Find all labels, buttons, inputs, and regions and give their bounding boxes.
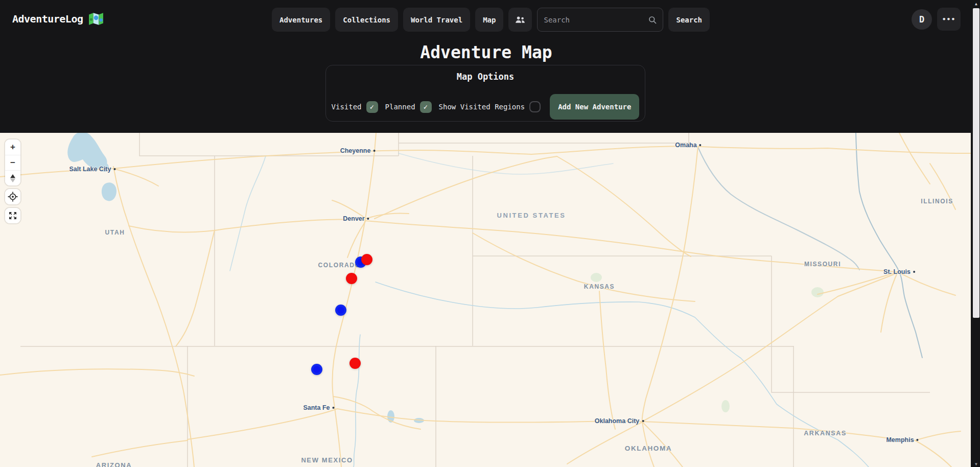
app-logo[interactable]: AdventureLog	[12, 12, 104, 26]
fullscreen-button[interactable]	[5, 208, 20, 223]
fullscreen-icon	[8, 211, 17, 220]
adventure-marker-visited[interactable]	[361, 254, 372, 265]
city-dot	[917, 439, 919, 441]
country-label: UNITED STATES	[497, 212, 566, 219]
users-icon	[515, 16, 525, 24]
map-geolocate-control	[5, 189, 20, 204]
city-label: Omaha	[675, 142, 701, 149]
app-logo-text: AdventureLog	[12, 13, 83, 25]
avatar[interactable]: D	[912, 9, 932, 30]
city-label: Salt Lake City	[69, 166, 116, 173]
city-dot	[367, 218, 369, 220]
state-label: ARKANSAS	[804, 430, 847, 437]
map-canvas[interactable]: UTAHCOLORADOKANSASMISSOURIILLINOISOKLAHO…	[0, 133, 971, 467]
search-input[interactable]	[544, 16, 644, 24]
state-label: UTAH	[105, 229, 125, 236]
city-dot	[333, 407, 335, 409]
nav-world-travel[interactable]: World Travel	[403, 8, 470, 32]
map-options-card: Map Options Visited ✓ Planned ✓ Show Vis…	[325, 65, 645, 122]
add-new-adventure-button[interactable]: Add New Adventure	[550, 94, 639, 120]
city-label: Oklahoma City	[595, 417, 644, 425]
city-dot	[113, 168, 115, 170]
show-visited-regions-checkbox[interactable]	[529, 101, 541, 112]
city-label: Santa Fe	[303, 404, 334, 411]
scrollbar-thumb[interactable]	[973, 8, 979, 318]
adventure-marker-planned[interactable]	[335, 305, 346, 316]
adventure-marker-planned[interactable]	[311, 364, 322, 375]
visited-checkbox[interactable]: ✓	[366, 101, 378, 113]
city-label: Denver	[343, 215, 369, 222]
map-base-svg	[0, 133, 971, 467]
page-scrollbar[interactable]: ▲ ▼	[972, 0, 980, 467]
map-options-title: Map Options	[326, 72, 645, 82]
zoom-out-button[interactable]: −	[5, 155, 20, 170]
page-title: Adventure Map	[0, 42, 972, 62]
scrollbar-up-arrow-icon[interactable]: ▲	[972, 0, 980, 8]
state-label: MISSOURI	[804, 261, 841, 268]
search-button[interactable]: Search	[668, 8, 710, 32]
shared-users-button[interactable]	[508, 8, 532, 32]
city-dot	[699, 144, 702, 146]
city-label: Cheyenne	[340, 147, 376, 154]
map-zoom-controls: + −	[5, 139, 20, 185]
adventure-marker-visited[interactable]	[346, 273, 357, 284]
nav-map[interactable]: Map	[475, 8, 503, 32]
adventure-marker-visited[interactable]	[349, 358, 361, 369]
zoom-in-button[interactable]: +	[5, 139, 20, 155]
navbar-search-field	[537, 8, 663, 32]
planned-checkbox[interactable]: ✓	[420, 101, 432, 113]
city-label: Memphis	[886, 436, 918, 443]
city-label: St. Louis	[883, 268, 915, 275]
navbar-right: D •••	[912, 8, 961, 31]
map-options-row: Visited ✓ Planned ✓ Show Visited Regions…	[326, 94, 645, 120]
state-label: ILLINOIS	[921, 198, 953, 205]
map-fullscreen-control	[5, 208, 20, 223]
nav-adventures[interactable]: Adventures	[272, 8, 330, 32]
city-dot	[642, 420, 644, 422]
nav-collections[interactable]: Collections	[335, 8, 398, 32]
header-zone: AdventureLog Adventures Collections Worl…	[0, 0, 980, 133]
geolocate-icon	[8, 192, 18, 202]
city-dot	[913, 271, 915, 273]
planned-label: Planned	[385, 103, 415, 111]
main-nav: Adventures Collections World Travel Map …	[272, 8, 710, 32]
state-label: COLORADO	[318, 262, 361, 269]
search-icon	[648, 16, 657, 24]
compass-icon	[9, 174, 16, 183]
overflow-menu-button[interactable]: •••	[937, 8, 961, 31]
scrollbar-down-arrow-icon[interactable]: ▼	[972, 462, 980, 466]
show-visited-regions-label: Show Visited Regions	[439, 103, 525, 111]
visited-label: Visited	[332, 103, 362, 111]
visited-toggle-group: Visited ✓	[332, 101, 378, 113]
state-label: ARIZONA	[96, 461, 132, 467]
show-regions-toggle-group: Show Visited Regions	[439, 101, 541, 112]
map-emoji-icon	[88, 12, 104, 26]
state-label: NEW MEXICO	[301, 456, 353, 464]
state-label: OKLAHOMA	[625, 445, 672, 452]
geolocate-button[interactable]	[5, 189, 20, 204]
planned-toggle-group: Planned ✓	[385, 101, 432, 113]
compass-button[interactable]	[5, 170, 20, 185]
state-label: KANSAS	[584, 283, 615, 290]
city-dot	[373, 150, 375, 152]
